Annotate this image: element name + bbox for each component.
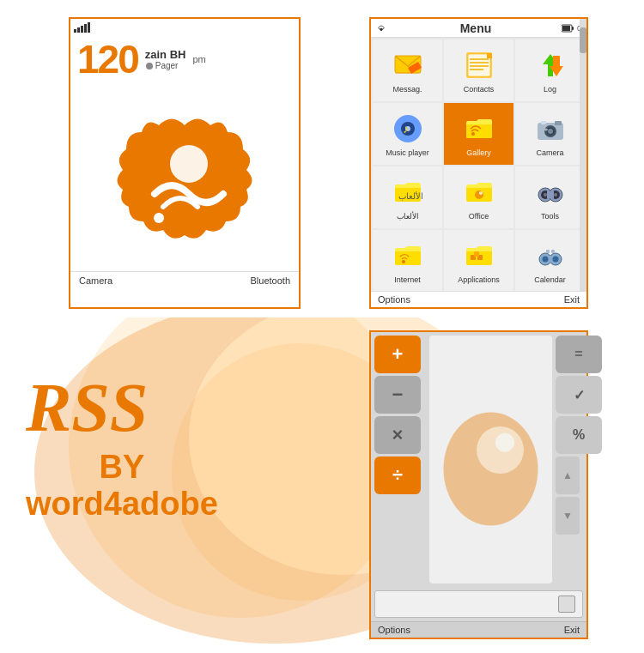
calc-btn-up[interactable]: ▲ (556, 456, 580, 494)
main-icon-area (70, 82, 299, 271)
svg-point-4 (154, 213, 164, 223)
phone-right: Menu 0 (369, 17, 588, 309)
menu-item-applications[interactable]: Applications (444, 230, 513, 292)
calc-right-buttons: = ✓ % ▲ ▼ (556, 336, 583, 583)
svg-text:♪: ♪ (403, 122, 409, 136)
phone-left: 120 zain BH Pager pm Camera Bluetooth (69, 17, 301, 309)
office-icon (461, 174, 497, 210)
calc-btn-plus[interactable]: + (374, 336, 421, 373)
svg-point-34 (475, 190, 483, 199)
svg-rect-31 (541, 121, 546, 124)
softkey-exit[interactable]: Exit (564, 294, 580, 305)
internet-icon (390, 238, 426, 274)
contacts-icon (461, 47, 497, 83)
softkeys-right: Options Exit (371, 291, 586, 307)
softkey-bluetooth[interactable]: Bluetooth (251, 275, 290, 286)
softkey-options[interactable]: Options (378, 294, 410, 305)
menu-grid: Messag. Contacts (371, 38, 586, 293)
menu-item-internet[interactable]: Internet (373, 230, 442, 292)
rss-branding: RSS BY word4adobe (26, 373, 218, 523)
calc-left-buttons: + − × ÷ (374, 336, 426, 583)
menu-item-tools[interactable]: Tools (515, 166, 585, 228)
messages-label: Messag. (392, 85, 422, 94)
calc-softkey-exit[interactable]: Exit (564, 625, 580, 635)
rss-title: RSS (26, 373, 218, 442)
menu-item-gallery[interactable]: Gallery (444, 103, 513, 165)
svg-point-2 (146, 63, 153, 70)
phone-calculator: + − × ÷ (369, 330, 588, 639)
svg-point-50 (542, 256, 548, 262)
gallery-label: Gallery (466, 148, 491, 158)
calc-btn-percent[interactable]: % (556, 416, 602, 454)
calc-display-area: + − × ÷ (371, 332, 586, 587)
svg-point-56 (495, 433, 514, 452)
menu-item-messages[interactable]: Messag. (373, 39, 442, 101)
user-name: zain BH (145, 48, 186, 61)
svg-point-35 (479, 191, 483, 195)
calc-softkeys: Options Exit (371, 621, 586, 638)
internet-label: Internet (394, 275, 421, 285)
svg-rect-46 (474, 251, 479, 257)
log-icon (532, 47, 568, 83)
calc-softkey-options[interactable]: Options (378, 625, 410, 635)
calc-btn-equals[interactable]: = (556, 336, 602, 373)
svg-point-51 (552, 256, 558, 262)
svg-point-41 (544, 193, 547, 197)
svg-rect-40 (547, 191, 554, 198)
games-label: الألعاب (397, 212, 419, 221)
calc-btn-minus[interactable]: − (374, 376, 421, 414)
calendar-label: Calendar (534, 275, 566, 285)
svg-rect-52 (546, 250, 550, 253)
menu-title: Menu (460, 21, 492, 35)
games-icon: الألعاب (390, 174, 426, 210)
log-label: Log (544, 85, 556, 94)
svg-point-3 (170, 145, 208, 183)
calc-mascot (429, 336, 552, 583)
menu-item-games[interactable]: الألعاب الألعاب (373, 166, 442, 228)
scrollbar-thumb[interactable] (580, 27, 586, 53)
svg-point-43 (402, 260, 405, 263)
scrollbar[interactable] (580, 19, 586, 307)
applications-label: Applications (458, 275, 500, 285)
calc-btn-multiply[interactable]: × (374, 416, 421, 454)
time-display: 120 (77, 39, 138, 79)
svg-rect-53 (551, 250, 555, 253)
softkey-camera[interactable]: Camera (79, 275, 112, 286)
menu-item-log[interactable]: Log (515, 39, 585, 101)
calc-btn-down[interactable]: ▼ (556, 497, 580, 535)
menu-bar: Menu 0 (371, 19, 586, 38)
status-bar-left (70, 19, 299, 36)
messages-icon (390, 47, 426, 83)
calc-center-display (429, 336, 552, 583)
menu-item-contacts[interactable]: Contacts (444, 39, 513, 101)
music-label: Music player (386, 148, 429, 158)
wifi-icon (376, 23, 386, 33)
svg-rect-30 (555, 121, 562, 125)
music-icon: ♪ (390, 111, 426, 147)
calc-input-row (374, 590, 583, 618)
calendar-icon (532, 238, 568, 274)
calc-input-icon (558, 596, 575, 613)
time-period: pm (192, 54, 205, 64)
svg-marker-18 (487, 53, 492, 58)
calc-body: + − × ÷ (371, 332, 586, 638)
battery-icon (562, 24, 574, 33)
svg-point-25 (471, 132, 475, 136)
svg-text:الألعاب: الألعاب (398, 191, 423, 201)
signal-bars (74, 22, 90, 33)
menu-item-camera[interactable]: Camera (515, 103, 585, 165)
softkeys-left: Camera Bluetooth (70, 271, 299, 289)
contacts-label: Contacts (464, 85, 495, 94)
office-label: Office (469, 212, 489, 221)
svg-point-29 (548, 129, 553, 134)
svg-rect-7 (572, 27, 574, 30)
menu-item-office[interactable]: Office (444, 166, 513, 228)
tools-icon (532, 174, 568, 210)
rss-mascot-icon (116, 108, 253, 245)
calc-btn-divide[interactable]: ÷ (374, 456, 421, 494)
by-label: BY (26, 449, 218, 486)
svg-point-32 (544, 128, 548, 130)
menu-item-music[interactable]: ♪ Music player (373, 103, 442, 165)
calc-btn-check[interactable]: ✓ (556, 376, 602, 414)
menu-item-calendar[interactable]: Calendar (515, 230, 585, 292)
